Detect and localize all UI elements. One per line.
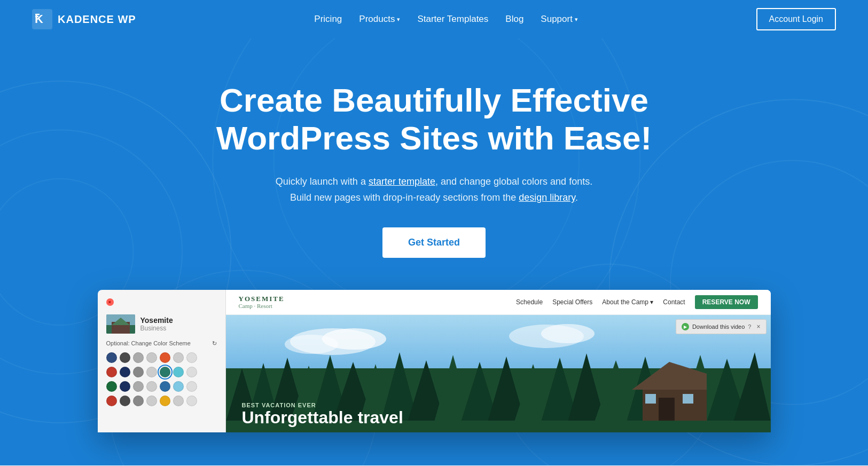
template-image	[106, 314, 135, 334]
template-name: Yosemite	[140, 316, 173, 325]
hero-content: Create Beautifully Effective WordPress S…	[194, 81, 675, 290]
logo-text: KADENCE WP	[58, 13, 136, 26]
color-swatch[interactable]	[106, 367, 117, 377]
account-login-button[interactable]: Account Login	[756, 8, 836, 30]
color-row-4	[106, 396, 217, 406]
color-swatch[interactable]	[146, 381, 157, 392]
nav-blog[interactable]: Blog	[505, 14, 523, 25]
hero-section: Create Beautifully Effective WordPress S…	[0, 38, 868, 465]
color-swatch[interactable]	[133, 367, 144, 377]
overlay-close-button[interactable]: ×	[756, 323, 760, 330]
preview-site-logo: YOSEMITE Camp · Resort	[239, 295, 285, 309]
preview-container: × Yosemite Business	[98, 290, 771, 432]
starter-template-link[interactable]: starter template	[369, 176, 435, 187]
svg-point-20	[285, 335, 338, 354]
preview-hero-image: BEST VACATION EVER Unforgettable travel …	[226, 315, 771, 432]
preview-site-header: YOSEMITE Camp · Resort Schedule Special …	[226, 290, 771, 315]
nav-starter-templates[interactable]: Starter Templates	[417, 14, 488, 25]
color-swatch[interactable]	[160, 381, 170, 392]
color-swatch[interactable]	[146, 352, 157, 363]
left-panel: × Yosemite Business	[98, 290, 226, 432]
play-icon: ▶	[682, 323, 689, 330]
color-swatch[interactable]	[160, 352, 170, 363]
preview-site-nav: Schedule Special Offers About the Camp ▾…	[516, 295, 757, 309]
color-swatch[interactable]	[133, 396, 144, 406]
logo-icon: K	[32, 9, 52, 29]
template-info: Yosemite Business	[140, 316, 173, 332]
color-swatch[interactable]	[186, 352, 197, 363]
color-swatch[interactable]	[146, 367, 157, 377]
close-button[interactable]: ×	[106, 298, 114, 306]
color-swatch[interactable]	[186, 367, 197, 377]
design-library-link[interactable]: design library	[519, 192, 575, 203]
help-icon[interactable]: ?	[748, 323, 751, 330]
chevron-down-icon-support: ▾	[575, 16, 578, 23]
preview-hero-text: BEST VACATION EVER Unforgettable travel	[242, 402, 403, 427]
color-swatch[interactable]	[106, 381, 117, 392]
color-swatch[interactable]	[160, 396, 170, 406]
color-swatch[interactable]	[173, 396, 184, 406]
color-swatch[interactable]	[106, 352, 117, 363]
browser-window: × Yosemite Business	[98, 290, 771, 432]
color-swatch[interactable]	[120, 381, 130, 392]
hero-subtitle: Quickly launch with a starter template, …	[194, 173, 675, 206]
svg-rect-49	[683, 394, 693, 404]
color-swatch[interactable]	[186, 381, 197, 392]
color-swatch[interactable]	[146, 396, 157, 406]
unforgettable-travel: Unforgettable travel	[242, 408, 403, 427]
nav-products[interactable]: Products ▾	[359, 14, 400, 25]
color-scheme-label: Optional: Change Color Scheme ↻	[106, 340, 217, 347]
main-nav: Pricing Products ▾ Starter Templates Blo…	[314, 14, 578, 25]
preview-nav-contact[interactable]: Contact	[663, 298, 685, 306]
color-swatch[interactable]	[106, 396, 117, 406]
color-swatch[interactable]	[120, 352, 130, 363]
site-header: K KADENCE WP Pricing Products ▾ Starter …	[0, 0, 868, 38]
color-swatch[interactable]	[173, 352, 184, 363]
reserve-now-button[interactable]: RESERVE NOW	[695, 295, 758, 309]
download-video-overlay[interactable]: ▶ Download this video ? ×	[676, 319, 767, 334]
color-swatch[interactable]	[120, 396, 130, 406]
color-swatch[interactable]	[186, 396, 197, 406]
logo[interactable]: K KADENCE WP	[32, 9, 136, 29]
svg-point-22	[541, 324, 595, 343]
hero-title: Create Beautifully Effective WordPress S…	[194, 81, 675, 157]
get-started-button[interactable]: Get Started	[382, 227, 486, 258]
color-swatch[interactable]	[173, 381, 184, 392]
color-swatch[interactable]	[173, 367, 184, 377]
nav-support[interactable]: Support ▾	[541, 14, 578, 25]
color-swatch[interactable]	[133, 381, 144, 392]
chevron-down-icon: ▾	[397, 16, 400, 23]
refresh-icon[interactable]: ↻	[212, 340, 217, 347]
site-preview: YOSEMITE Camp · Resort Schedule Special …	[226, 290, 771, 432]
color-row-3	[106, 381, 217, 392]
color-swatch-selected[interactable]	[160, 367, 170, 377]
template-category: Business	[140, 325, 173, 332]
preview-nav-special-offers[interactable]: Special Offers	[552, 298, 592, 306]
template-thumbnail: Yosemite Business	[106, 314, 217, 334]
color-swatch[interactable]	[120, 367, 130, 377]
preview-nav-schedule[interactable]: Schedule	[516, 298, 543, 306]
preview-nav-about-camp[interactable]: About the Camp ▾	[602, 298, 653, 306]
color-row-2	[106, 367, 217, 377]
color-row-1	[106, 352, 217, 363]
nav-pricing[interactable]: Pricing	[314, 14, 342, 25]
close-btn-row: ×	[106, 298, 217, 306]
color-swatch[interactable]	[133, 352, 144, 363]
svg-rect-48	[645, 394, 656, 404]
chevron-down-icon-about: ▾	[650, 298, 653, 306]
